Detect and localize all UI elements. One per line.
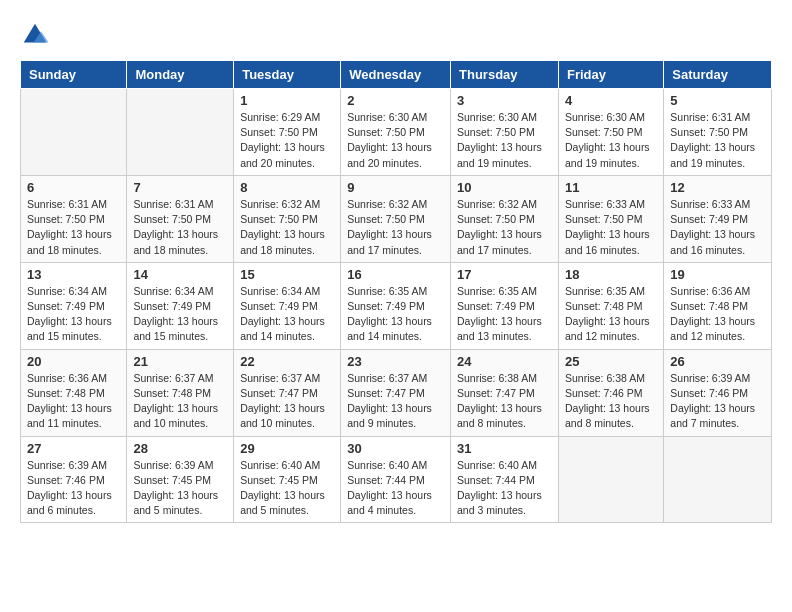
day-number: 17 bbox=[457, 267, 552, 282]
calendar-day-cell: 24 Sunrise: 6:38 AM Sunset: 7:47 PM Dayl… bbox=[451, 349, 559, 436]
sunset-label: Sunset: bbox=[565, 300, 601, 312]
daylight-label: Daylight: bbox=[27, 228, 68, 240]
sunset-label: Sunset: bbox=[133, 387, 169, 399]
sunrise-label: Sunrise: bbox=[670, 285, 709, 297]
day-number: 27 bbox=[27, 441, 120, 456]
day-info: Sunrise: 6:29 AM Sunset: 7:50 PM Dayligh… bbox=[240, 110, 334, 171]
day-of-week-header: Saturday bbox=[664, 61, 772, 89]
day-number: 11 bbox=[565, 180, 657, 195]
day-number: 21 bbox=[133, 354, 227, 369]
day-of-week-header: Monday bbox=[127, 61, 234, 89]
calendar-week-row: 6 Sunrise: 6:31 AM Sunset: 7:50 PM Dayli… bbox=[21, 175, 772, 262]
sunrise-label: Sunrise: bbox=[457, 198, 496, 210]
sunrise-label: Sunrise: bbox=[240, 198, 279, 210]
day-number: 25 bbox=[565, 354, 657, 369]
day-number: 4 bbox=[565, 93, 657, 108]
day-number: 13 bbox=[27, 267, 120, 282]
sunrise-label: Sunrise: bbox=[133, 285, 172, 297]
daylight-label: Daylight: bbox=[27, 315, 68, 327]
sunset-label: Sunset: bbox=[240, 126, 276, 138]
day-info: Sunrise: 6:31 AM Sunset: 7:50 PM Dayligh… bbox=[27, 197, 120, 258]
sunrise-label: Sunrise: bbox=[347, 285, 386, 297]
day-info: Sunrise: 6:35 AM Sunset: 7:49 PM Dayligh… bbox=[347, 284, 444, 345]
daylight-label: Daylight: bbox=[457, 402, 498, 414]
sunset-label: Sunset: bbox=[27, 387, 63, 399]
day-info: Sunrise: 6:40 AM Sunset: 7:45 PM Dayligh… bbox=[240, 458, 334, 519]
sunrise-label: Sunrise: bbox=[240, 372, 279, 384]
sunrise-label: Sunrise: bbox=[565, 198, 604, 210]
sunset-label: Sunset: bbox=[457, 300, 493, 312]
day-info: Sunrise: 6:34 AM Sunset: 7:49 PM Dayligh… bbox=[240, 284, 334, 345]
sunset-label: Sunset: bbox=[457, 213, 493, 225]
sunset-label: Sunset: bbox=[670, 300, 706, 312]
day-number: 26 bbox=[670, 354, 765, 369]
sunset-label: Sunset: bbox=[347, 300, 383, 312]
sunrise-label: Sunrise: bbox=[347, 459, 386, 471]
day-number: 3 bbox=[457, 93, 552, 108]
day-number: 30 bbox=[347, 441, 444, 456]
calendar-week-row: 27 Sunrise: 6:39 AM Sunset: 7:46 PM Dayl… bbox=[21, 436, 772, 523]
page-header bbox=[20, 20, 772, 50]
daylight-label: Daylight: bbox=[565, 402, 606, 414]
sunrise-label: Sunrise: bbox=[27, 372, 66, 384]
day-info: Sunrise: 6:38 AM Sunset: 7:47 PM Dayligh… bbox=[457, 371, 552, 432]
calendar-day-cell: 8 Sunrise: 6:32 AM Sunset: 7:50 PM Dayli… bbox=[234, 175, 341, 262]
sunrise-label: Sunrise: bbox=[457, 111, 496, 123]
day-number: 20 bbox=[27, 354, 120, 369]
day-info: Sunrise: 6:32 AM Sunset: 7:50 PM Dayligh… bbox=[240, 197, 334, 258]
calendar-day-cell: 17 Sunrise: 6:35 AM Sunset: 7:49 PM Dayl… bbox=[451, 262, 559, 349]
day-info: Sunrise: 6:31 AM Sunset: 7:50 PM Dayligh… bbox=[670, 110, 765, 171]
calendar-day-cell: 25 Sunrise: 6:38 AM Sunset: 7:46 PM Dayl… bbox=[558, 349, 663, 436]
day-number: 12 bbox=[670, 180, 765, 195]
day-info: Sunrise: 6:37 AM Sunset: 7:48 PM Dayligh… bbox=[133, 371, 227, 432]
sunset-label: Sunset: bbox=[670, 126, 706, 138]
sunset-label: Sunset: bbox=[27, 300, 63, 312]
sunset-label: Sunset: bbox=[347, 474, 383, 486]
sunrise-label: Sunrise: bbox=[670, 372, 709, 384]
day-number: 14 bbox=[133, 267, 227, 282]
day-number: 15 bbox=[240, 267, 334, 282]
daylight-label: Daylight: bbox=[457, 141, 498, 153]
calendar-day-cell: 13 Sunrise: 6:34 AM Sunset: 7:49 PM Dayl… bbox=[21, 262, 127, 349]
sunset-label: Sunset: bbox=[347, 213, 383, 225]
calendar-day-cell: 12 Sunrise: 6:33 AM Sunset: 7:49 PM Dayl… bbox=[664, 175, 772, 262]
sunset-label: Sunset: bbox=[240, 387, 276, 399]
calendar-day-cell: 28 Sunrise: 6:39 AM Sunset: 7:45 PM Dayl… bbox=[127, 436, 234, 523]
day-number: 9 bbox=[347, 180, 444, 195]
day-info: Sunrise: 6:35 AM Sunset: 7:49 PM Dayligh… bbox=[457, 284, 552, 345]
calendar-day-cell: 27 Sunrise: 6:39 AM Sunset: 7:46 PM Dayl… bbox=[21, 436, 127, 523]
daylight-label: Daylight: bbox=[240, 141, 281, 153]
calendar-day-cell: 29 Sunrise: 6:40 AM Sunset: 7:45 PM Dayl… bbox=[234, 436, 341, 523]
calendar-day-cell: 3 Sunrise: 6:30 AM Sunset: 7:50 PM Dayli… bbox=[451, 89, 559, 176]
daylight-label: Daylight: bbox=[670, 315, 711, 327]
day-number: 7 bbox=[133, 180, 227, 195]
day-of-week-header: Thursday bbox=[451, 61, 559, 89]
daylight-label: Daylight: bbox=[133, 315, 174, 327]
calendar-week-row: 1 Sunrise: 6:29 AM Sunset: 7:50 PM Dayli… bbox=[21, 89, 772, 176]
calendar-day-cell: 4 Sunrise: 6:30 AM Sunset: 7:50 PM Dayli… bbox=[558, 89, 663, 176]
day-number: 2 bbox=[347, 93, 444, 108]
day-number: 10 bbox=[457, 180, 552, 195]
day-info: Sunrise: 6:37 AM Sunset: 7:47 PM Dayligh… bbox=[347, 371, 444, 432]
daylight-label: Daylight: bbox=[133, 489, 174, 501]
day-number: 22 bbox=[240, 354, 334, 369]
sunset-label: Sunset: bbox=[133, 474, 169, 486]
day-info: Sunrise: 6:34 AM Sunset: 7:49 PM Dayligh… bbox=[27, 284, 120, 345]
day-of-week-header: Sunday bbox=[21, 61, 127, 89]
calendar-day-cell bbox=[21, 89, 127, 176]
sunrise-label: Sunrise: bbox=[240, 285, 279, 297]
calendar-day-cell: 18 Sunrise: 6:35 AM Sunset: 7:48 PM Dayl… bbox=[558, 262, 663, 349]
calendar-day-cell: 7 Sunrise: 6:31 AM Sunset: 7:50 PM Dayli… bbox=[127, 175, 234, 262]
daylight-label: Daylight: bbox=[457, 315, 498, 327]
day-of-week-header: Wednesday bbox=[341, 61, 451, 89]
day-info: Sunrise: 6:36 AM Sunset: 7:48 PM Dayligh… bbox=[27, 371, 120, 432]
daylight-label: Daylight: bbox=[240, 489, 281, 501]
day-of-week-header: Friday bbox=[558, 61, 663, 89]
sunset-label: Sunset: bbox=[27, 213, 63, 225]
daylight-label: Daylight: bbox=[347, 402, 388, 414]
sunrise-label: Sunrise: bbox=[457, 285, 496, 297]
daylight-label: Daylight: bbox=[240, 315, 281, 327]
day-number: 31 bbox=[457, 441, 552, 456]
sunrise-label: Sunrise: bbox=[27, 459, 66, 471]
sunset-label: Sunset: bbox=[347, 387, 383, 399]
